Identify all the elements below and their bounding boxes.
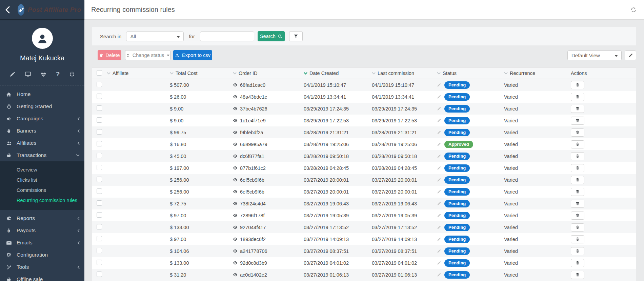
delete-row-button[interactable] — [571, 223, 584, 232]
collapse-sidebar-button[interactable] — [5, 5, 10, 14]
sidebar-item-home[interactable]: Home — [0, 88, 84, 100]
column-header-affiliate[interactable]: Affiliate — [107, 71, 170, 76]
refresh-icon[interactable] — [630, 7, 637, 13]
row-checkbox[interactable] — [97, 200, 102, 206]
eye-icon[interactable] — [233, 142, 238, 146]
sidebar-item-affiliates[interactable]: Affiliates — [0, 137, 84, 149]
edit-icon[interactable] — [9, 71, 15, 78]
edit-status-pencil-icon[interactable] — [437, 214, 441, 218]
row-checkbox[interactable] — [97, 129, 102, 135]
row-checkbox[interactable] — [97, 188, 102, 194]
delete-row-button[interactable] — [571, 235, 584, 243]
column-header-total-cost[interactable]: Total Cost — [170, 71, 233, 76]
sidebar-item-campaigns[interactable]: Campaigns — [0, 113, 84, 125]
help-icon[interactable]: ? — [56, 71, 60, 78]
delete-row-button[interactable] — [571, 200, 584, 208]
eye-icon[interactable] — [233, 273, 238, 277]
delete-row-button[interactable] — [571, 81, 584, 89]
edit-status-pencil-icon[interactable] — [437, 107, 441, 111]
sidebar-item-getting-started[interactable]: Getting Started — [0, 100, 84, 113]
edit-status-pencil-icon[interactable] — [437, 142, 441, 146]
power-icon[interactable] — [69, 71, 75, 78]
eye-icon[interactable] — [233, 83, 238, 87]
row-checkbox[interactable] — [97, 117, 102, 123]
submenu-item-clicks-list[interactable]: Clicks list — [0, 175, 84, 185]
column-header-last-commission[interactable]: Last commission — [372, 71, 437, 76]
row-checkbox[interactable] — [97, 105, 102, 111]
row-checkbox[interactable] — [97, 177, 102, 182]
eye-icon[interactable] — [233, 154, 238, 158]
heartbeat-icon[interactable] — [40, 71, 46, 78]
sidebar-item-payouts[interactable]: $ Payouts — [0, 224, 84, 237]
row-checkbox[interactable] — [97, 141, 102, 146]
edit-status-pencil-icon[interactable] — [437, 166, 441, 170]
sidebar-item-configuration[interactable]: Configuration — [0, 249, 84, 261]
column-header-recurrence[interactable]: Recurrence — [504, 71, 571, 76]
sidebar-item-emails[interactable]: Emails — [0, 237, 84, 249]
search-field-select[interactable]: All — [126, 32, 184, 41]
submenu-item-recurring-commission-rules[interactable]: Recurring commission rules — [0, 195, 84, 205]
edit-status-pencil-icon[interactable] — [437, 154, 441, 158]
edit-status-pencil-icon[interactable] — [437, 131, 441, 135]
delete-row-button[interactable] — [571, 259, 584, 267]
change-status-button[interactable]: Change status — [125, 50, 170, 60]
edit-status-pencil-icon[interactable] — [437, 95, 441, 99]
row-checkbox[interactable] — [97, 260, 102, 265]
edit-status-pencil-icon[interactable] — [437, 261, 441, 265]
row-checkbox[interactable] — [97, 224, 102, 229]
select-all-checkbox[interactable] — [97, 70, 102, 76]
delete-row-button[interactable] — [571, 128, 584, 137]
eye-icon[interactable] — [233, 214, 238, 217]
eye-icon[interactable] — [233, 95, 238, 99]
edit-status-pencil-icon[interactable] — [437, 249, 441, 253]
delete-row-button[interactable] — [571, 212, 584, 220]
column-header-status[interactable]: Status — [437, 71, 504, 76]
delete-button[interactable]: Delete — [98, 50, 121, 60]
row-checkbox[interactable] — [97, 248, 102, 253]
eye-icon[interactable] — [233, 249, 238, 253]
export-csv-button[interactable]: Export to csv — [173, 50, 212, 60]
eye-icon[interactable] — [233, 237, 238, 241]
edit-status-pencil-icon[interactable] — [437, 225, 441, 229]
delete-row-button[interactable] — [571, 188, 584, 196]
edit-status-pencil-icon[interactable] — [437, 190, 441, 194]
submenu-item-commissions[interactable]: Commissions — [0, 185, 84, 195]
eye-icon[interactable] — [233, 261, 238, 265]
delete-row-button[interactable] — [571, 247, 584, 255]
column-header-date-created[interactable]: Date Created — [304, 71, 372, 76]
row-checkbox[interactable] — [97, 82, 102, 87]
sidebar-item-reports[interactable]: Reports — [0, 212, 84, 224]
sidebar-item-transactions[interactable]: Transactions — [0, 149, 84, 161]
row-checkbox[interactable] — [97, 212, 102, 218]
row-checkbox[interactable] — [97, 153, 102, 158]
delete-row-button[interactable] — [571, 117, 584, 125]
row-checkbox[interactable] — [97, 236, 102, 241]
row-checkbox[interactable] — [97, 165, 102, 170]
search-input[interactable] — [200, 32, 254, 41]
monitor-icon[interactable] — [25, 71, 31, 78]
submenu-item-overview[interactable]: Overview — [0, 165, 84, 175]
edit-status-pencil-icon[interactable] — [437, 119, 441, 123]
edit-status-pencil-icon[interactable] — [437, 273, 441, 277]
avatar[interactable] — [32, 28, 53, 49]
sidebar-item-offline-sale[interactable]: Offline sale — [0, 273, 84, 281]
view-selector[interactable]: Default View — [567, 51, 622, 60]
delete-row-button[interactable] — [571, 152, 584, 160]
search-button[interactable]: Search — [258, 31, 285, 41]
delete-row-button[interactable] — [571, 93, 584, 101]
delete-row-button[interactable] — [571, 164, 584, 172]
edit-status-pencil-icon[interactable] — [437, 178, 441, 182]
sidebar-item-tools[interactable]: Tools — [0, 261, 84, 273]
eye-icon[interactable] — [233, 166, 238, 170]
edit-status-pencil-icon[interactable] — [437, 237, 441, 241]
column-header-order-id[interactable]: Order ID — [233, 71, 304, 76]
delete-row-button[interactable] — [571, 176, 584, 184]
eye-icon[interactable] — [233, 107, 238, 111]
eye-icon[interactable] — [233, 131, 238, 134]
sidebar-item-banners[interactable]: Banners — [0, 125, 84, 137]
edit-view-button[interactable] — [625, 51, 636, 60]
eye-icon[interactable] — [233, 225, 238, 229]
eye-icon[interactable] — [233, 190, 238, 194]
row-checkbox[interactable] — [97, 272, 102, 277]
edit-status-pencil-icon[interactable] — [437, 202, 441, 206]
